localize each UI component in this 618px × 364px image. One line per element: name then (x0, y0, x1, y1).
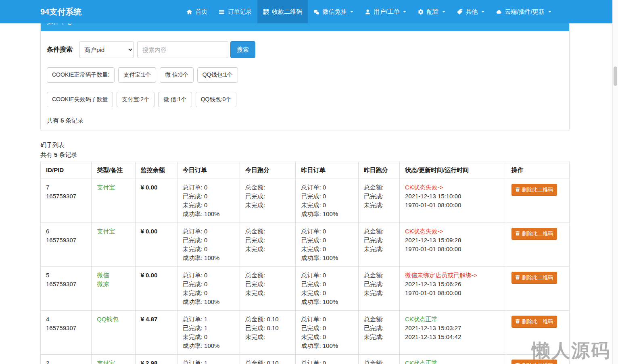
stat-button[interactable]: 支付宝:1个 (118, 67, 156, 83)
stat-value: 100% (323, 342, 338, 349)
stat-button[interactable]: 微 信:1个 (158, 92, 192, 107)
status-text: 微信未绑定店员或已解绑-> (405, 271, 501, 280)
delete-qrcode-button[interactable]: 删除此二维码 (512, 272, 557, 284)
stat-value: 0 (323, 289, 326, 296)
stat-line: 总订单: 0 (183, 271, 234, 280)
table-body: 7165759307支付宝¥ 0.00总订单: 0已完成: 0未完成: 0成功率… (41, 179, 570, 364)
delete-qrcode-button[interactable]: 删除此二维码 (512, 316, 557, 328)
update-time: 2021-12-13 15:10:00 (405, 192, 501, 201)
watermark: 懒人源码 (532, 338, 611, 363)
nav-item-label: 首页 (195, 8, 207, 16)
row-id: 6 (46, 227, 86, 236)
status-text: CK状态失效-> (405, 227, 501, 236)
stat-button[interactable]: COOKIE失效码子数量 (47, 92, 113, 107)
search-type-select[interactable]: 商户pid (79, 41, 134, 58)
update-time: 2021-12-13 15:06:26 (405, 280, 501, 289)
stat-label: 已完成: (364, 281, 384, 287)
row-id: 4 (46, 315, 86, 324)
stat-line: 总订单: 0 (301, 183, 353, 192)
stat-line: 已完成: 0.10 (245, 324, 290, 333)
nav-item-gear[interactable]: 配置 (412, 0, 451, 23)
stat-button[interactable]: 支付宝:2个 (117, 92, 154, 107)
stat-value: 0.10 (267, 360, 278, 364)
stat-line: 总订单: 0 (301, 227, 353, 236)
cloud-icon (496, 9, 502, 15)
stat-line: 已完成: 0 (301, 280, 353, 289)
stat-label: 已完成: (245, 193, 265, 200)
yesterday-runs-cell: 总金额: 已完成: 未完成: (358, 267, 399, 311)
stat-value: 100% (204, 210, 219, 217)
stat-line: 已完成: 0 (301, 324, 353, 333)
brand[interactable]: 94支付系统 (40, 0, 81, 23)
type-note-cell: QQ钱包 (92, 311, 135, 355)
yesterday-orders-cell: 总订单: 0已完成: 0未完成: 0成功率: 100% (296, 179, 358, 223)
status-text: CK状态失效-> (405, 183, 501, 192)
code-list-section: 码子列表 共有5条记录 ID/PID类型/备注监控余额今日订单今日跑分昨日订单昨… (40, 141, 570, 364)
delete-qrcode-button[interactable]: 删除此二维码 (512, 228, 557, 240)
search-input[interactable] (137, 41, 228, 58)
stat-line: 已完成: (245, 236, 290, 245)
update-time: 2021-12-13 15:09:28 (405, 236, 501, 245)
nav-item-home[interactable]: 首页 (181, 0, 213, 23)
row-type: 支付宝 (97, 359, 129, 364)
stat-value: 0 (204, 272, 207, 279)
today-runs-cell: 总金额: 已完成: 未完成: (240, 267, 296, 311)
tag-icon (457, 9, 463, 15)
stat-label: 未完成: (364, 289, 384, 296)
stat-label: 总订单: (183, 272, 203, 279)
stat-label: 成功率: (301, 254, 321, 261)
yesterday-orders-cell: 总订单: 0已完成: 0未完成: 0成功率: 100% (296, 355, 358, 364)
list-icon (219, 9, 225, 15)
row-balance: ¥ 4.87 (141, 315, 172, 324)
scrollbar-track[interactable] (612, 0, 618, 364)
stat-button[interactable]: QQ钱包:1个 (197, 67, 238, 83)
nav-item-label: 订单记录 (228, 8, 252, 16)
stat-line: 已完成: (364, 324, 394, 333)
nav-item-tag[interactable]: 其他 (451, 0, 490, 23)
id-pid-cell: 6165759307 (41, 223, 92, 267)
row-pid: 165759307 (46, 280, 86, 289)
search-row: 条件搜索 商户pid 搜索 (47, 41, 563, 58)
nav-item-list[interactable]: 订单记录 (213, 0, 257, 23)
delete-qrcode-button[interactable]: 删除此二维码 (512, 184, 557, 196)
stat-button[interactable]: COOKIE正常码子数量: (47, 67, 115, 83)
stat-label: 总金额: (364, 360, 384, 364)
main-content: 操作中心 条件搜索 商户pid 搜索 COOKIE正常码子数量:支付宝:1个微 … (40, 12, 570, 364)
stat-line: 总订单: 0 (183, 227, 234, 236)
table-row: 5165759307微信微凉¥ 0.00总订单: 0已完成: 0未完成: 0成功… (41, 267, 570, 311)
search-button[interactable]: 搜索 (230, 41, 255, 58)
stat-label: 总订单: (183, 316, 203, 322)
count-prefix: 共有 (47, 117, 59, 124)
delete-button-label: 删除此二维码 (522, 274, 553, 281)
stat-line: 未完成: (245, 333, 290, 341)
stat-line: 成功率: 100% (183, 341, 234, 350)
row-type: 微信 (97, 271, 129, 280)
nav-item-user[interactable]: 用户/工单 (359, 0, 412, 23)
today-orders-cell: 总订单: 1已完成: 1未完成: 0成功率: 100% (177, 355, 240, 364)
stat-line: 总金额: (364, 315, 394, 324)
nav-item-cloud[interactable]: 云端/插件/更新 (490, 0, 557, 23)
nav-item-qrcode[interactable]: 收款二维码 (257, 0, 308, 23)
row-id: 7 (46, 183, 86, 192)
stat-value: 0 (323, 360, 326, 364)
column-header: 类型/备注 (92, 162, 135, 179)
trash-icon (515, 187, 520, 193)
today-orders-cell: 总订单: 1已完成: 1未完成: 0成功率: 100% (177, 311, 240, 355)
stat-button[interactable]: QQ钱包:0个 (196, 92, 236, 107)
yesterday-runs-cell: 总金额: 已完成: 未完成: (358, 223, 399, 267)
stat-line: 总金额: (364, 227, 394, 236)
nav-item-wechat[interactable]: 微信免挂 (308, 0, 359, 23)
row-balance: ¥ 0.00 (141, 183, 172, 192)
stat-button[interactable]: 微 信:0个 (160, 67, 194, 83)
stat-label: 总金额: (245, 184, 265, 191)
type-note-cell: 支付宝 (92, 179, 135, 223)
yesterday-orders-cell: 总订单: 0已完成: 0未完成: 0成功率: 100% (296, 267, 358, 311)
stat-value: 100% (204, 342, 219, 349)
action-cell: 删除此二维码 (506, 179, 569, 223)
table-row: 2165759307支付宝¥ 2.98总订单: 1已完成: 1未完成: 0成功率… (41, 355, 570, 364)
stat-value: 1 (204, 324, 207, 331)
stat-line: 已完成: 1 (183, 324, 234, 333)
balance-cell: ¥ 0.00 (135, 223, 177, 267)
scrollbar-thumb[interactable] (614, 67, 617, 86)
stat-label: 成功率: (183, 342, 203, 349)
